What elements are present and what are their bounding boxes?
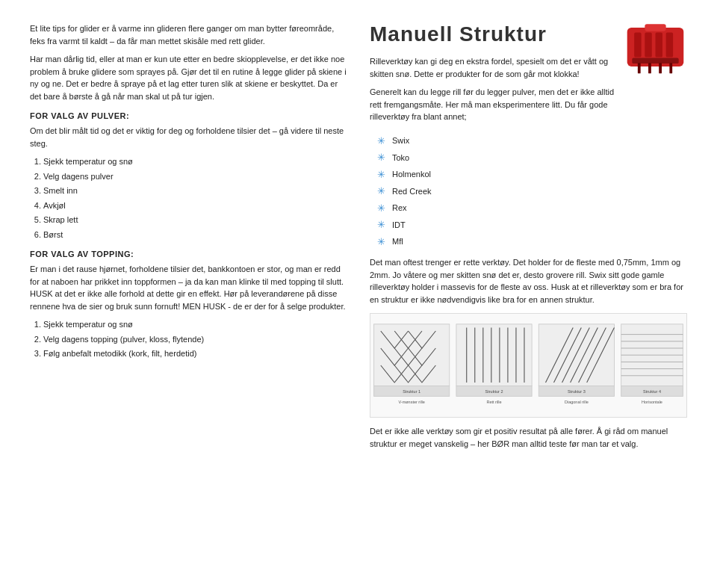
brand-swix: ✳ Swix (377, 134, 687, 149)
svg-rect-1 (634, 33, 641, 58)
svg-rect-2 (645, 33, 651, 58)
pulver-text: Om det blir målt tid og det er viktig fo… (30, 125, 347, 149)
svg-text:Rett rille: Rett rille (486, 400, 501, 404)
topping-text: Er man i det rause hjørnet, forholdene t… (30, 263, 347, 312)
ski-structure-diagram: Struktur 1 Struktur 2 (370, 313, 687, 418)
svg-text:Struktur 1: Struktur 1 (403, 389, 420, 394)
pulver-step-6: Børst (43, 229, 347, 241)
topping-step-1: Sjekk temperatur og snø (43, 318, 347, 331)
snowflake-icon-4: ✳ (377, 184, 388, 199)
brand-mfl: ✳ Mfl (377, 235, 687, 250)
left-column: Et lite tips for glider er å varme inn g… (30, 22, 347, 456)
rille-intro-2: Generelt kan du legge rill før du legger… (370, 86, 616, 123)
brands-list: ✳ Swix ✳ Toko ✳ Holmenkol ✳ Red Creek ✳ … (377, 134, 687, 250)
pulver-step-5: Skrap lett (43, 214, 347, 226)
brand-rex: ✳ Rex (377, 201, 687, 216)
svg-text:Diagonal rille: Diagonal rille (565, 400, 589, 404)
pulver-steps-list: Sjekk temperatur og snø Velg dagens pulv… (43, 155, 347, 241)
svg-rect-5 (632, 58, 678, 64)
intro-paragraph-1: Et lite tips for glider er å varme inn g… (30, 22, 347, 47)
rille-body-text: Det man oftest trenger er rette verktøy.… (370, 256, 687, 306)
brand-red-creek: ✳ Red Creek (377, 184, 687, 199)
red-tool-image (624, 22, 687, 82)
svg-text:Struktur 4: Struktur 4 (643, 389, 661, 394)
svg-rect-4 (666, 33, 673, 58)
page-layout: Et lite tips for glider er å varme inn g… (30, 22, 687, 456)
page-title: Manuell Struktur (370, 22, 616, 46)
pulver-step-3: Smelt inn (43, 185, 347, 197)
brand-idt: ✳ IDT (377, 217, 687, 232)
svg-rect-11 (374, 324, 450, 386)
svg-rect-7 (648, 63, 651, 73)
svg-rect-6 (638, 63, 641, 73)
pulver-step-4: Avkjøl (43, 199, 347, 212)
footer-text: Det er ikke alle verktøy som gir et posi… (370, 425, 687, 450)
brand-toko: ✳ Toko (377, 150, 687, 165)
snowflake-icon-7: ✳ (377, 235, 388, 250)
snowflake-icon-1: ✳ (377, 134, 388, 149)
svg-text:Struktur 2: Struktur 2 (485, 389, 503, 394)
topping-step-2: Velg dagens topping (pulver, kloss, flyt… (43, 333, 347, 346)
intro-paragraph-2: Har man dårlig tid, eller at man er kun … (30, 53, 347, 102)
snowflake-icon-5: ✳ (377, 201, 388, 216)
brand-holmenkol: ✳ Holmenkol (377, 167, 687, 182)
svg-rect-3 (656, 33, 662, 58)
snowflake-icon-6: ✳ (377, 217, 388, 232)
svg-rect-8 (659, 63, 662, 73)
right-top-section: Manuell Struktur Rilleverktøy kan gi deg… (370, 22, 687, 129)
svg-text:Struktur 3: Struktur 3 (568, 389, 586, 394)
snowflake-icon-3: ✳ (377, 167, 388, 182)
svg-text:Horisontale: Horisontale (642, 400, 662, 404)
snowflake-icon-2: ✳ (377, 150, 388, 165)
svg-text:V-mønster rille: V-mønster rille (398, 400, 424, 404)
pulver-step-2: Velg dagens pulver (43, 170, 347, 183)
rille-intro-1: Rilleverktøy kan gi deg en ekstra fordel… (370, 55, 616, 80)
pulver-heading: FOR VALG AV PULVER: (30, 111, 347, 120)
svg-rect-10 (645, 24, 665, 31)
right-text-block: Manuell Struktur Rilleverktøy kan gi deg… (370, 22, 616, 129)
pulver-step-1: Sjekk temperatur og snø (43, 155, 347, 168)
right-column: Manuell Struktur Rilleverktøy kan gi deg… (370, 22, 687, 456)
topping-heading: FOR VALG AV TOPPING: (30, 250, 347, 259)
topping-steps-list: Sjekk temperatur og snø Velg dagens topp… (43, 318, 347, 360)
svg-rect-14 (456, 324, 532, 386)
topping-step-3: Følg anbefalt metodikk (kork, filt, herd… (43, 347, 347, 360)
svg-rect-9 (669, 63, 672, 73)
